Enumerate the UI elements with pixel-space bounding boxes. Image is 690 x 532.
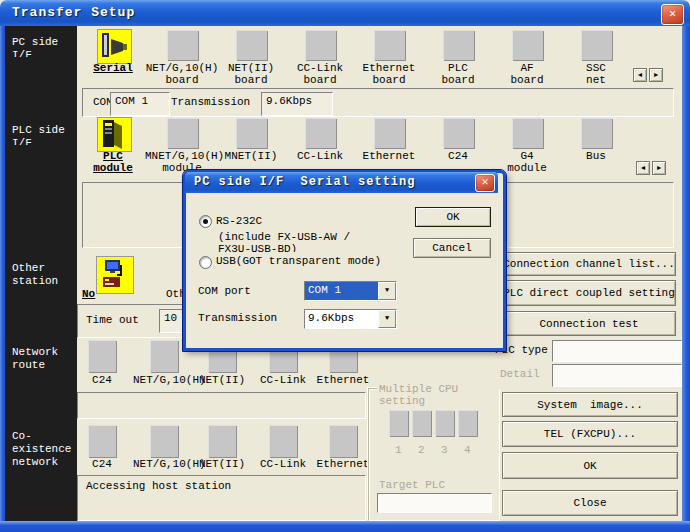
coexist-cclink-icon[interactable] [269, 425, 297, 457]
plc-if-bus-icon[interactable] [581, 118, 612, 148]
netroute-netg10h-icon[interactable] [150, 340, 178, 372]
coexist-netg10h-icon[interactable] [150, 425, 178, 457]
host-station-text: Accessing host station [86, 480, 231, 492]
plc-if-cclink-icon[interactable] [305, 118, 336, 148]
serial-icon[interactable] [97, 29, 132, 64]
serial-setting-dialog: PC side I/F Serial setting ✕ RS-232C (in… [183, 170, 506, 351]
cpu-slot-3-num: 3 [441, 444, 448, 456]
com-port-select[interactable]: COM 1 ▼ [304, 281, 397, 301]
pc-if-settings-panel: COM COM 1 Transmission 9.6Kbps [82, 88, 674, 117]
coexist-ethernet-icon[interactable] [329, 425, 357, 457]
plc-direct-coupled-button[interactable]: PLC direct coupled setting [502, 280, 676, 306]
cpu-slot-2-num: 2 [418, 444, 425, 456]
rs232c-note-line2: FX3U-USB-BD) [218, 244, 297, 252]
pc-if-netg10h-board-icon[interactable] [167, 30, 198, 60]
pc-if-label-ethernet: Ethernet board [352, 62, 426, 86]
transmission-value: 9.6Kbps [305, 310, 378, 328]
cpu-slot-1-num: 1 [395, 444, 402, 456]
sidebar: PC side I/F PLC side I/F Other station N… [5, 26, 77, 521]
close-icon: ✕ [669, 7, 676, 21]
pc-if-scroll-left-icon[interactable]: ◄ [633, 68, 647, 82]
window-border-right [682, 22, 690, 524]
multiple-cpu-title: Multiple CPU setting [377, 383, 499, 407]
pc-if-label-netii: NET(II) board [214, 62, 288, 86]
netroute-c24-icon[interactable] [88, 340, 116, 372]
chevron-down-icon[interactable]: ▼ [378, 310, 396, 328]
rs232c-radio[interactable] [199, 215, 212, 228]
plc-if-label-cclink: CC-Link [283, 150, 357, 162]
title-bar[interactable]: Transfer Setup ✕ [0, 0, 690, 26]
plc-if-label-plc-module: PLC module [76, 150, 150, 174]
modal-cancel-button[interactable]: Cancel [413, 238, 491, 258]
netroute-label-netii: NET(II) [191, 374, 253, 386]
sidebar-label-pc-side: PC side I/F [8, 36, 82, 57]
pc-if-label-cclink: CC-Link board [283, 62, 357, 86]
pc-if-label-serial: Serial [76, 62, 150, 74]
pc-if-label-netg10h: NET/G,10(H) board [145, 62, 219, 86]
pc-if-netii-board-icon[interactable] [236, 30, 267, 60]
cpu-slot-1 [389, 410, 408, 436]
modal-ok-button[interactable]: OK [415, 207, 491, 227]
coexist-c24-icon[interactable] [88, 425, 116, 457]
serial-dialog-title-bar[interactable]: PC side I/F Serial setting ✕ [185, 172, 498, 193]
system-image-button[interactable]: System image... [502, 392, 678, 417]
plc-type-field[interactable] [552, 340, 682, 362]
window-title: Transfer Setup [12, 5, 135, 20]
com-port-label: COM port [198, 285, 251, 297]
target-plc-field [377, 493, 492, 513]
target-plc-label: Target PLC [379, 479, 445, 491]
detail-field [552, 364, 682, 387]
plc-if-mnetg10h-icon[interactable] [167, 118, 198, 148]
pc-if-ethernet-board-icon[interactable] [374, 30, 405, 60]
sidebar-label-plc-side: PLC side I/F [8, 124, 82, 145]
coexist-label-netg10h: NET/G,10(H) [133, 458, 195, 470]
plc-if-c24-icon[interactable] [443, 118, 474, 148]
transmission-value-field[interactable]: 9.6Kbps [261, 92, 333, 116]
pc-if-af-board-icon[interactable] [512, 30, 543, 60]
transmission-select[interactable]: 9.6Kbps ▼ [304, 309, 397, 329]
connection-test-button[interactable]: Connection test [502, 311, 676, 336]
plc-if-scroll-right-icon[interactable]: ► [652, 161, 666, 175]
com-port-value: COM 1 [305, 282, 378, 300]
serial-dialog-title: PC side I/F Serial setting [194, 175, 415, 189]
other-station-no-label[interactable]: No [82, 288, 95, 300]
serial-dialog-close-button[interactable]: ✕ [475, 174, 495, 192]
netroute-label-c24: C24 [71, 374, 133, 386]
connection-channel-list-button[interactable]: Connection channel list... [502, 252, 676, 276]
usb-label: USB(GOT transparent mode) [216, 255, 381, 267]
plc-if-scroll-left-icon[interactable]: ◄ [636, 161, 650, 175]
plc-if-g4-icon[interactable] [512, 118, 543, 148]
plc-module-icon[interactable] [97, 117, 132, 152]
cpu-slot-4 [458, 410, 477, 436]
tel-fxcpu-button[interactable]: TEL (FXCPU)... [502, 421, 678, 447]
pc-if-plc-board-icon[interactable] [443, 30, 474, 60]
rs232c-label: RS-232C [216, 215, 262, 227]
close-button[interactable]: ✕ [661, 4, 684, 25]
cpu-slot-2 [412, 410, 431, 436]
close-button-main[interactable]: Close [502, 490, 678, 516]
netroute-label-cclink: CC-Link [252, 374, 314, 386]
pc-if-label-plc: PLC board [421, 62, 495, 86]
coexist-label-netii: NET(II) [191, 458, 253, 470]
plc-if-mnetii-icon[interactable] [236, 118, 267, 148]
netroute-label-ethernet: Ethernet [312, 374, 374, 386]
usb-radio[interactable] [199, 256, 212, 269]
ok-button[interactable]: OK [502, 452, 678, 479]
coexist-netii-icon[interactable] [208, 425, 236, 457]
pc-if-cclink-board-icon[interactable] [305, 30, 336, 60]
netroute-label-netg10h: NET/G,10(H) [133, 374, 195, 386]
cpu-slot-4-num: 4 [464, 444, 471, 456]
plc-if-ethernet-icon[interactable] [374, 118, 405, 148]
pc-if-ssc-net-icon[interactable] [581, 30, 612, 60]
pc-if-scroll-right-icon[interactable]: ► [649, 68, 663, 82]
netroute-info-box [77, 392, 366, 419]
chevron-down-icon[interactable]: ▼ [378, 282, 396, 300]
host-station-box: Accessing host station [77, 475, 366, 521]
com-value-field[interactable]: COM 1 [110, 92, 170, 116]
other-station-icon[interactable] [96, 256, 134, 294]
plc-if-label-bus: Bus [559, 150, 633, 162]
modal-transmission-label: Transmission [198, 312, 277, 324]
pc-if-label-ssc: SSC net [559, 62, 633, 86]
rs232c-note-line1: (include FX-USB-AW / [218, 232, 350, 243]
coexist-label-c24: C24 [71, 458, 133, 470]
